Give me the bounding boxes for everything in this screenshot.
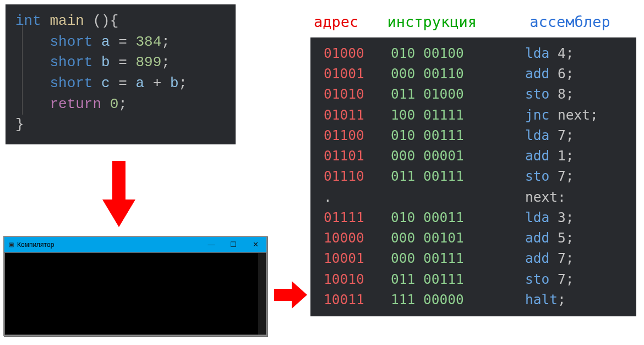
asm-instruction: 011 00111 bbox=[391, 269, 525, 289]
close-button[interactable]: ✕ bbox=[244, 237, 266, 252]
asm-row: 01110011 00111sto 7; bbox=[324, 166, 626, 186]
asm-mnemonic: halt bbox=[525, 289, 558, 310]
source-lines: int main (){ short a = 384; short b = 89… bbox=[15, 11, 226, 136]
arrow-down-icon bbox=[102, 161, 135, 227]
titlebar-left: ▣ Компилятор bbox=[9, 241, 54, 249]
asm-operand: 8 bbox=[549, 84, 566, 104]
asm-mnemonic: sto bbox=[525, 269, 549, 289]
asm-address: 01111 bbox=[324, 207, 391, 228]
asm-operand: 7 bbox=[549, 166, 566, 186]
asm-instruction bbox=[391, 187, 525, 207]
asm-mnemonic: sto bbox=[525, 166, 549, 186]
cmd-icon: ▣ bbox=[9, 241, 14, 247]
header-address: адрес bbox=[314, 13, 387, 30]
source-line: short b = 899; bbox=[15, 52, 226, 73]
arrow-right-icon bbox=[274, 281, 307, 309]
asm-address: 01110 bbox=[324, 166, 391, 186]
source-line: short c = a + b; bbox=[15, 73, 226, 94]
source-line: } bbox=[15, 115, 226, 136]
source-code-block: int main (){ short a = 384; short b = 89… bbox=[6, 4, 236, 144]
asm-row: 10000000 00101add 5; bbox=[324, 228, 626, 248]
asm-row: 10010011 00111sto 7; bbox=[324, 269, 626, 289]
source-line: return 0; bbox=[15, 94, 226, 115]
asm-mnemonic: lda bbox=[525, 125, 549, 145]
terminal-title: Компилятор bbox=[17, 241, 54, 249]
asm-row: .next: bbox=[324, 187, 626, 207]
asm-instruction: 100 01111 bbox=[391, 105, 525, 125]
asm-address: . bbox=[324, 187, 391, 207]
asm-address: 01011 bbox=[324, 105, 391, 125]
asm-column-headers: адрес инструкция ассемблер bbox=[314, 13, 638, 30]
asm-instruction: 000 00111 bbox=[391, 248, 525, 268]
asm-mnemonic: add bbox=[525, 248, 549, 268]
asm-mnemonic: jnc bbox=[525, 105, 549, 125]
asm-operand: 7 bbox=[549, 125, 566, 145]
asm-row: 01111010 00011lda 3; bbox=[324, 207, 626, 228]
asm-instruction: 011 00111 bbox=[391, 166, 525, 186]
source-line: int main (){ bbox=[15, 11, 226, 32]
svg-rect-0 bbox=[112, 161, 125, 200]
asm-row: 01010011 01000sto 8; bbox=[324, 84, 626, 104]
svg-marker-3 bbox=[292, 281, 307, 309]
asm-mnemonic: add bbox=[525, 228, 549, 248]
asm-instruction: 010 00011 bbox=[391, 207, 525, 228]
asm-mnemonic: add bbox=[525, 145, 549, 166]
asm-address: 01000 bbox=[324, 43, 391, 63]
asm-row: 10011111 00000halt; bbox=[324, 289, 626, 310]
asm-row: 01000010 00100lda 4; bbox=[324, 43, 626, 63]
asm-instruction: 000 00001 bbox=[391, 145, 525, 166]
asm-address: 10001 bbox=[324, 248, 391, 268]
svg-marker-1 bbox=[102, 200, 135, 227]
asm-address: 10010 bbox=[324, 269, 391, 289]
asm-row: 01011100 01111jnc next; bbox=[324, 105, 626, 125]
asm-row: 01101000 00001add 1; bbox=[324, 145, 626, 166]
header-instruction: инструкция bbox=[387, 13, 530, 30]
asm-operand: 6 bbox=[549, 63, 566, 84]
asm-mnemonic: lda bbox=[525, 207, 549, 228]
asm-label: next: bbox=[525, 187, 566, 207]
compiler-terminal-window: ▣ Компилятор — ☐ ✕ bbox=[3, 236, 268, 336]
asm-address: 10011 bbox=[324, 289, 391, 310]
maximize-button[interactable]: ☐ bbox=[222, 237, 244, 252]
svg-rect-2 bbox=[274, 289, 292, 301]
asm-address: 01100 bbox=[324, 125, 391, 145]
asm-instruction: 010 00100 bbox=[391, 43, 525, 63]
asm-address: 01101 bbox=[324, 145, 391, 166]
source-line: short a = 384; bbox=[15, 32, 226, 53]
assembly-listing: 01000010 00100lda 4;01001000 00110add 6;… bbox=[310, 37, 636, 316]
asm-operand: next bbox=[549, 105, 590, 125]
asm-operand: 1 bbox=[549, 145, 566, 166]
asm-address: 01001 bbox=[324, 63, 391, 84]
asm-instruction: 010 00111 bbox=[391, 125, 525, 145]
asm-row: 10001000 00111add 7; bbox=[324, 248, 626, 268]
asm-row: 01100010 00111lda 7; bbox=[324, 125, 626, 145]
terminal-body bbox=[4, 252, 266, 335]
asm-mnemonic: sto bbox=[525, 84, 549, 104]
asm-address: 01010 bbox=[324, 84, 391, 104]
header-assembler: ассемблер bbox=[530, 13, 638, 30]
asm-instruction: 000 00101 bbox=[391, 228, 525, 248]
asm-operand: 4 bbox=[549, 43, 566, 63]
asm-row: 01001000 00110add 6; bbox=[324, 63, 626, 84]
asm-operand: 7 bbox=[549, 269, 566, 289]
minimize-button[interactable]: — bbox=[200, 237, 222, 252]
asm-mnemonic: add bbox=[525, 63, 549, 84]
window-controls: — ☐ ✕ bbox=[200, 237, 266, 252]
asm-operand: 3 bbox=[549, 207, 566, 228]
asm-instruction: 111 00000 bbox=[391, 289, 525, 310]
asm-operand: 5 bbox=[549, 228, 566, 248]
asm-instruction: 000 00110 bbox=[391, 63, 525, 84]
asm-instruction: 011 01000 bbox=[391, 84, 525, 104]
terminal-titlebar: ▣ Компилятор — ☐ ✕ bbox=[4, 237, 266, 252]
asm-mnemonic: lda bbox=[525, 43, 549, 63]
asm-address: 10000 bbox=[324, 228, 391, 248]
asm-operand: 7 bbox=[549, 248, 566, 268]
